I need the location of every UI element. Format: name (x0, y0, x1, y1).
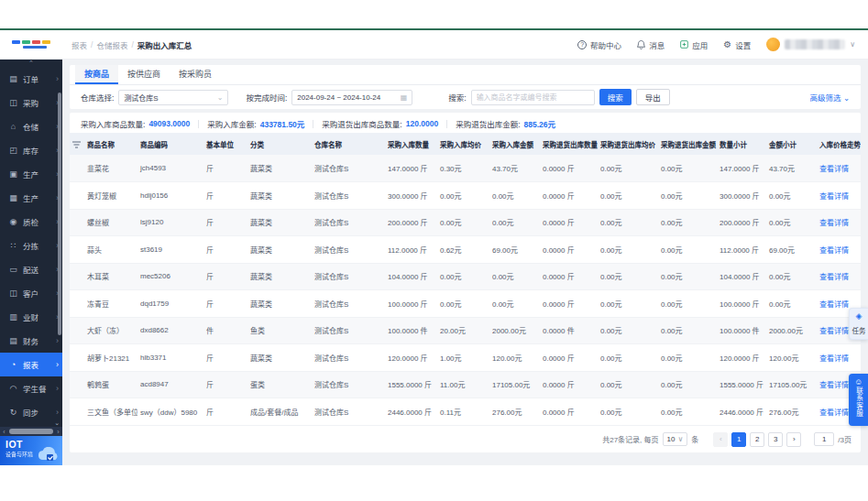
sidebar-item[interactable]: ▤ 订单 › (0, 67, 62, 91)
sidebar-menu: ▤ 订单 › ◫ 采购 › ⌂ 仓储 › (0, 67, 62, 427)
view-detail-link[interactable]: 查看详情 (817, 209, 861, 236)
sidebar-item[interactable]: ◫ 采购 › (0, 91, 62, 114)
cell-in-amount: 0.00元 (489, 290, 540, 318)
view-detail-link[interactable]: 查看详情 (817, 236, 861, 264)
sidebar-item[interactable]: ◠ 学生餐 › (0, 376, 62, 400)
cell-in-qty: 120.0000 斤 (385, 344, 437, 372)
sidebar-item-icon: ▭ (8, 265, 18, 274)
user-menu[interactable]: ∨ (766, 38, 855, 51)
iot-banner[interactable]: IOT 设备与环境 (0, 436, 62, 465)
sidebar-scroll-up-icon[interactable]: ⌃ (0, 60, 62, 67)
next-page-button[interactable]: › (786, 432, 801, 447)
apps-icon (680, 40, 688, 49)
advanced-filter-link[interactable]: 高级筛选 ⌄ (809, 92, 850, 103)
page-number-button[interactable]: 1 (731, 432, 746, 447)
cell-product-code: dqd1759 (137, 290, 203, 318)
tab[interactable]: 按商品 (75, 65, 118, 84)
cell-return-avg-price: 0.00元 (598, 317, 658, 344)
help-center-button[interactable]: ? 帮助中心 (577, 39, 621, 50)
cell-qty-subtotal: 100.0000 件 (717, 317, 766, 344)
table-row: 胡萝卜21321 hlb3371 斤 蔬菜类 测试仓库S 120.0000 斤 … (70, 344, 861, 372)
cell-product-code: jch4593 (137, 155, 203, 182)
scroll-left-icon[interactable]: ‹ (0, 429, 8, 435)
cell-in-amount: 17105.00元 (489, 371, 540, 398)
cell-unit: 斤 (203, 398, 247, 426)
view-detail-link[interactable]: 查看详情 (817, 182, 861, 210)
sidebar-item-icon: ◫ (8, 289, 18, 298)
sidebar-item[interactable]: ↻ 同步 › (0, 400, 62, 424)
breadcrumb-item[interactable]: 报表 (71, 39, 87, 50)
cell-warehouse: 测试仓库S (312, 155, 385, 182)
table-row: 鹌鹑蛋 acd8947 斤 蛋类 测试仓库S 1555.0000 斤 11.00… (70, 371, 861, 398)
sidebar-item[interactable]: ◉ 质检 › (0, 210, 62, 234)
summary-label: 采购退货出库金额: (456, 118, 520, 129)
cell-product-name: 韭菜花 (84, 155, 137, 182)
settings-button[interactable]: ⚙ 设置 (723, 39, 751, 50)
cell-warehouse: 测试仓库S (312, 236, 385, 264)
page-jump-input[interactable] (814, 432, 834, 446)
task-float-button[interactable]: ◈ 任务 (849, 308, 868, 340)
cell-in-avg-price: 0.00元 (437, 209, 489, 236)
chevron-right-icon: › (56, 360, 59, 369)
cell-return-qty: 0.0000 斤 (540, 398, 598, 426)
sidebar-item-icon: ▦ (8, 193, 18, 202)
sidebar-item[interactable]: ▤ 财务 › (0, 329, 62, 353)
sidebar-item[interactable]: ▦ 生产 › (0, 186, 62, 210)
search-label: 搜索: (448, 92, 466, 103)
cell-return-qty: 0.0000 斤 (540, 236, 598, 264)
page-number-button[interactable]: 3 (768, 432, 783, 447)
report-table: 商品名称 商品编码 基本单位 分类 仓库名称 采购入库数量 采购入库均价 采购入… (70, 133, 861, 426)
sidebar-item[interactable]: ▥ 业财 › (0, 305, 62, 329)
cell-in-qty: 147.0000 斤 (385, 155, 437, 182)
cell-product-name: 螺丝椒 (84, 209, 137, 236)
tab[interactable]: 按采购员 (170, 65, 221, 84)
apps-button[interactable]: 应用 (680, 39, 708, 50)
cell-return-amount: 0.00元 (658, 155, 717, 182)
view-detail-link[interactable]: 查看详情 (817, 155, 861, 182)
sidebar-item[interactable]: ▭ 配送 › (0, 257, 62, 281)
breadcrumb-item[interactable]: 仓储报表 (96, 39, 127, 50)
table-row: 木耳菜 mec5206 斤 蔬菜类 测试仓库S 104.0000 斤 0.00元… (70, 263, 861, 290)
topbar: 报表 / 仓储报表 / 采购出入库汇总 ? 帮助中心 消息 (0, 30, 868, 60)
cell-product-code: mec5206 (137, 263, 203, 290)
sidebar-item[interactable]: ◰ 库存 › (0, 138, 62, 162)
cell-qty-subtotal: 300.0000 斤 (717, 182, 766, 210)
cell-amount-subtotal: 120.00元 (766, 344, 817, 372)
cell-return-avg-price: 0.00元 (598, 209, 658, 236)
column-settings-cell[interactable] (70, 133, 84, 155)
sidebar-item-icon: ◠ (8, 384, 18, 393)
date-range-picker[interactable]: 2024-09-24 ~ 2024-10-24 ▦ (291, 90, 412, 105)
scroll-right-icon[interactable]: › (54, 429, 62, 435)
sidebar-item[interactable]: ◫ 客户 › (0, 281, 62, 305)
search-input[interactable] (471, 90, 595, 105)
search-button[interactable]: 搜索 (599, 89, 632, 105)
view-detail-link[interactable]: 查看详情 (817, 344, 861, 372)
scrollbar-thumb[interactable] (9, 429, 53, 434)
summary-item: 采购退货出库商品数量: 120.0000 (304, 118, 438, 129)
cell-category: 蔬菜类 (247, 344, 312, 372)
cell-category: 蔬菜类 (247, 263, 312, 290)
messages-button[interactable]: 消息 (637, 39, 665, 50)
sidebar-item[interactable]: ∷ 分拣 › (0, 234, 62, 257)
sidebar-scroll-down-icon[interactable]: ⌄ (54, 419, 60, 427)
prev-page-button[interactable]: ‹ (713, 432, 728, 447)
sidebar-item[interactable]: ◔ 报表 › (0, 353, 62, 376)
sidebar-item-label: 库存 (23, 145, 38, 156)
summary-value: 885.26元 (524, 118, 556, 129)
contact-service-float-button[interactable]: ☺ 联系客服 (849, 374, 868, 426)
cell-product-name: 蒜头 (84, 236, 137, 264)
sidebar-item[interactable]: ▣ 生产 › (0, 162, 62, 186)
sidebar-vertical-scrollbar[interactable] (58, 93, 61, 335)
cell-return-qty: 0.0000 斤 (540, 290, 598, 318)
page-size-select[interactable]: 10 ∨ (663, 432, 688, 446)
page-number-button[interactable]: 2 (750, 432, 764, 447)
export-button[interactable]: 导出 (636, 89, 670, 105)
warehouse-select[interactable]: 测试仓库S ⌄ (118, 90, 228, 105)
cell-qty-subtotal: 120.0000 斤 (717, 344, 766, 372)
cell-in-amount: 0.00元 (489, 263, 540, 290)
view-detail-link[interactable]: 查看详情 (817, 263, 861, 290)
sidebar-horizontal-scrollbar[interactable]: ‹ › (0, 427, 62, 436)
cell-in-avg-price: 0.00元 (437, 182, 489, 210)
sidebar-item[interactable]: ⌂ 仓储 › (0, 114, 62, 138)
tab[interactable]: 按供应商 (118, 65, 170, 84)
